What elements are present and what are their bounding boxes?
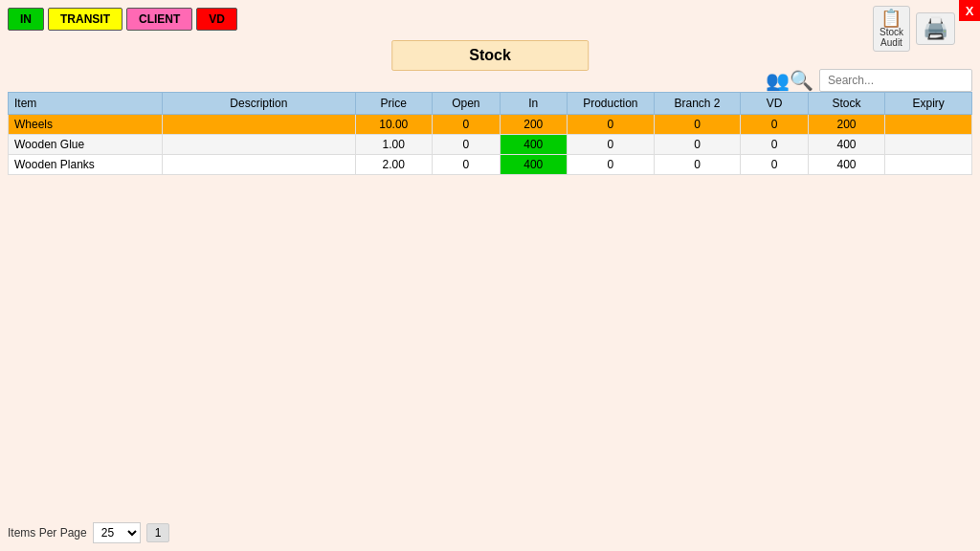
table-cell: 0 bbox=[568, 115, 655, 135]
col-open: Open bbox=[433, 93, 500, 115]
table-cell: 1.00 bbox=[355, 135, 433, 155]
table-cell: 0 bbox=[433, 135, 500, 155]
nav-vd-button[interactable]: VD bbox=[196, 8, 237, 31]
table-row[interactable]: Wheels10.000200000200 bbox=[9, 115, 972, 135]
stock-table: Item Description Price Open In Productio… bbox=[8, 92, 972, 175]
stock-table-container: Item Description Price Open In Productio… bbox=[8, 92, 972, 175]
print-icon: 🖨️ bbox=[923, 16, 948, 40]
table-cell: 0 bbox=[568, 135, 655, 155]
col-production: Production bbox=[568, 93, 655, 115]
stock-audit-line2: Audit bbox=[880, 37, 902, 48]
table-cell bbox=[885, 155, 972, 175]
col-branch2: Branch 2 bbox=[654, 93, 741, 115]
table-row[interactable]: Wooden Planks2.000400000400 bbox=[9, 155, 972, 175]
table-cell: 0 bbox=[654, 135, 741, 155]
table-cell: Wheels bbox=[9, 115, 163, 135]
table-cell: 2.00 bbox=[355, 155, 433, 175]
col-stock: Stock bbox=[808, 93, 885, 115]
table-cell: 0 bbox=[433, 155, 500, 175]
table-cell: 0 bbox=[433, 115, 500, 135]
col-expiry: Expiry bbox=[885, 93, 972, 115]
bottom-bar: Items Per Page 25 50 100 1 bbox=[8, 522, 169, 543]
table-cell: 0 bbox=[654, 115, 741, 135]
table-cell: 0 bbox=[741, 115, 808, 135]
table-cell: Wooden Glue bbox=[9, 135, 163, 155]
table-cell: 10.00 bbox=[355, 115, 433, 135]
nav-in-button[interactable]: IN bbox=[8, 8, 44, 31]
top-right-controls: 📋 Stock Audit 🖨️ bbox=[873, 6, 955, 52]
table-cell: 0 bbox=[568, 155, 655, 175]
table-cell: 400 bbox=[500, 135, 567, 155]
search-input[interactable] bbox=[819, 69, 972, 92]
stock-audit-button[interactable]: 📋 Stock Audit bbox=[873, 6, 910, 52]
stock-audit-icon: 📋 bbox=[880, 10, 902, 27]
page-number-button[interactable]: 1 bbox=[146, 523, 170, 542]
table-cell bbox=[163, 135, 355, 155]
top-navigation: IN TRANSIT CLIENT VD bbox=[8, 8, 237, 31]
table-cell bbox=[163, 115, 355, 135]
table-cell: 0 bbox=[741, 135, 808, 155]
search-people-icon: 👥🔍 bbox=[766, 69, 813, 92]
table-cell bbox=[885, 135, 972, 155]
table-cell: 200 bbox=[500, 115, 567, 135]
table-cell: 400 bbox=[808, 135, 885, 155]
table-cell bbox=[885, 115, 972, 135]
table-cell: 200 bbox=[808, 115, 885, 135]
col-price: Price bbox=[355, 93, 433, 115]
table-body: Wheels10.000200000200Wooden Glue1.000400… bbox=[9, 115, 972, 175]
table-cell: Wooden Planks bbox=[9, 155, 163, 175]
col-item: Item bbox=[9, 93, 163, 115]
col-vd: VD bbox=[741, 93, 808, 115]
page-title: Stock bbox=[391, 40, 589, 71]
nav-client-button[interactable]: CLIENT bbox=[126, 8, 192, 31]
close-button[interactable]: X bbox=[959, 0, 980, 21]
table-cell: 0 bbox=[654, 155, 741, 175]
items-per-page-label: Items Per Page bbox=[8, 526, 87, 540]
table-cell: 400 bbox=[808, 155, 885, 175]
table-row[interactable]: Wooden Glue1.000400000400 bbox=[9, 135, 972, 155]
col-description: Description bbox=[163, 93, 355, 115]
table-cell: 0 bbox=[741, 155, 808, 175]
col-in: In bbox=[500, 93, 567, 115]
stock-audit-line1: Stock bbox=[880, 27, 903, 37]
items-per-page-select[interactable]: 25 50 100 bbox=[93, 522, 141, 543]
print-button[interactable]: 🖨️ bbox=[916, 12, 955, 45]
table-header-row: Item Description Price Open In Productio… bbox=[9, 93, 972, 115]
table-cell bbox=[163, 155, 355, 175]
search-area: 👥🔍 bbox=[766, 69, 972, 92]
table-cell: 400 bbox=[500, 155, 567, 175]
nav-transit-button[interactable]: TRANSIT bbox=[48, 8, 122, 31]
